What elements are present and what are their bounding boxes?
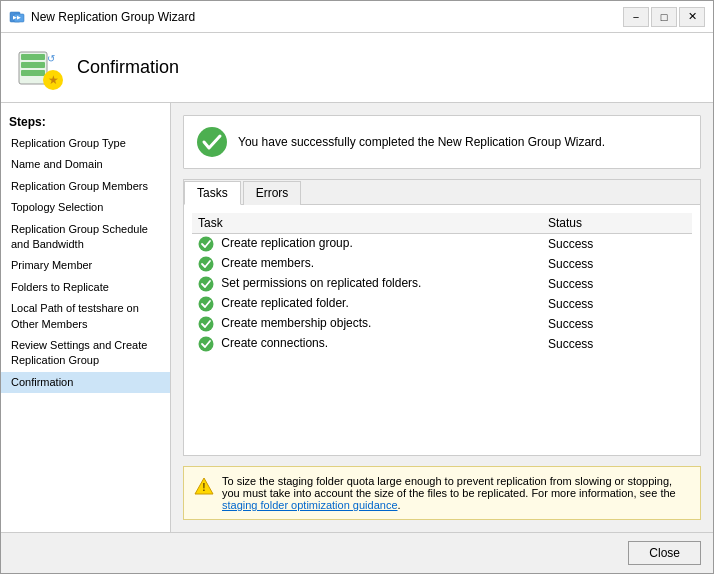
task-table: Task Status Create replication group.	[192, 213, 692, 354]
task-cell: Create replicated folder.	[192, 294, 542, 314]
svg-text:★: ★	[48, 73, 59, 87]
main-content: You have successfully completed the New …	[171, 103, 713, 532]
success-message: You have successfully completed the New …	[238, 135, 605, 149]
warning-section: ! To size the staging folder quota large…	[183, 466, 701, 520]
tab-content-tasks: Task Status Create replication group.	[184, 205, 700, 455]
sidebar-item-replication-group-members[interactable]: Replication Group Members	[1, 176, 170, 197]
task-check-icon	[198, 296, 221, 310]
sidebar-item-schedule-and-bandwidth[interactable]: Replication Group Schedule and Bandwidth	[1, 219, 170, 256]
task-check-icon	[198, 276, 221, 290]
svg-rect-5	[21, 62, 45, 68]
status-cell: Success	[542, 234, 692, 255]
sidebar-item-confirmation[interactable]: Confirmation	[1, 372, 170, 393]
svg-point-14	[199, 297, 214, 312]
svg-point-15	[199, 317, 214, 332]
maximize-button[interactable]: □	[651, 7, 677, 27]
sidebar-item-primary-member[interactable]: Primary Member	[1, 255, 170, 276]
svg-point-11	[199, 237, 214, 252]
sidebar-item-local-path[interactable]: Local Path of testshare on Other Members	[1, 298, 170, 335]
window: ▶▶ New Replication Group Wizard − □ ✕ ★ …	[0, 0, 714, 574]
sidebar-item-topology-selection[interactable]: Topology Selection	[1, 197, 170, 218]
main-layout: Steps: Replication Group Type Name and D…	[1, 103, 713, 532]
svg-point-10	[197, 127, 227, 157]
task-check-icon	[198, 336, 221, 350]
status-cell: Success	[542, 314, 692, 334]
column-status: Status	[542, 213, 692, 234]
table-row: Set permissions on replicated folders. S…	[192, 274, 692, 294]
column-task: Task	[192, 213, 542, 234]
table-row: Create membership objects. Success	[192, 314, 692, 334]
wizard-header-icon: ★ ↺	[17, 44, 65, 92]
tab-tasks[interactable]: Tasks	[184, 181, 241, 205]
task-cell: Create replication group.	[192, 234, 542, 255]
task-cell: Set permissions on replicated folders.	[192, 274, 542, 294]
table-row: Create replicated folder. Success	[192, 294, 692, 314]
svg-rect-4	[21, 54, 45, 60]
wizard-icon: ▶▶	[9, 9, 25, 25]
table-row: Create connections. Success	[192, 334, 692, 354]
task-cell: Create membership objects.	[192, 314, 542, 334]
task-check-icon	[198, 236, 221, 250]
status-cell: Success	[542, 294, 692, 314]
sidebar-item-replication-group-type[interactable]: Replication Group Type	[1, 133, 170, 154]
sidebar: Steps: Replication Group Type Name and D…	[1, 103, 171, 532]
footer: Close	[1, 532, 713, 573]
svg-rect-6	[21, 70, 45, 76]
status-cell: Success	[542, 274, 692, 294]
tab-bar: Tasks Errors	[184, 180, 700, 205]
sidebar-steps-label: Steps:	[1, 111, 170, 133]
svg-point-12	[199, 257, 214, 272]
title-bar: ▶▶ New Replication Group Wizard − □ ✕	[1, 1, 713, 33]
svg-point-13	[199, 277, 214, 292]
tabs-container: Tasks Errors Task Status	[183, 179, 701, 456]
table-row: Create members. Success	[192, 254, 692, 274]
warning-text-before: To size the staging folder quota large e…	[222, 475, 676, 499]
tab-errors[interactable]: Errors	[243, 181, 302, 205]
table-row: Create replication group. Success	[192, 234, 692, 255]
status-cell: Success	[542, 334, 692, 354]
title-bar-text: New Replication Group Wizard	[31, 10, 623, 24]
task-check-icon	[198, 256, 221, 270]
task-cell: Create members.	[192, 254, 542, 274]
success-banner: You have successfully completed the New …	[183, 115, 701, 169]
warning-text-after: .	[398, 499, 401, 511]
svg-point-16	[199, 337, 214, 352]
task-cell: Create connections.	[192, 334, 542, 354]
svg-text:↺: ↺	[47, 53, 55, 64]
sidebar-item-name-and-domain[interactable]: Name and Domain	[1, 154, 170, 175]
sidebar-item-review-settings[interactable]: Review Settings and Create Replication G…	[1, 335, 170, 372]
svg-text:!: !	[202, 482, 205, 493]
status-cell: Success	[542, 254, 692, 274]
window-close-button[interactable]: ✕	[679, 7, 705, 27]
minimize-button[interactable]: −	[623, 7, 649, 27]
warning-text: To size the staging folder quota large e…	[222, 475, 690, 511]
task-check-icon	[198, 316, 221, 330]
wizard-header-title: Confirmation	[77, 57, 179, 78]
svg-text:▶▶: ▶▶	[13, 14, 21, 20]
staging-folder-link[interactable]: staging folder optimization guidance	[222, 499, 398, 511]
warning-icon: !	[194, 476, 214, 496]
success-icon	[196, 126, 228, 158]
title-bar-controls: − □ ✕	[623, 7, 705, 27]
close-button[interactable]: Close	[628, 541, 701, 565]
sidebar-item-folders-to-replicate[interactable]: Folders to Replicate	[1, 277, 170, 298]
wizard-header: ★ ↺ Confirmation	[1, 33, 713, 103]
